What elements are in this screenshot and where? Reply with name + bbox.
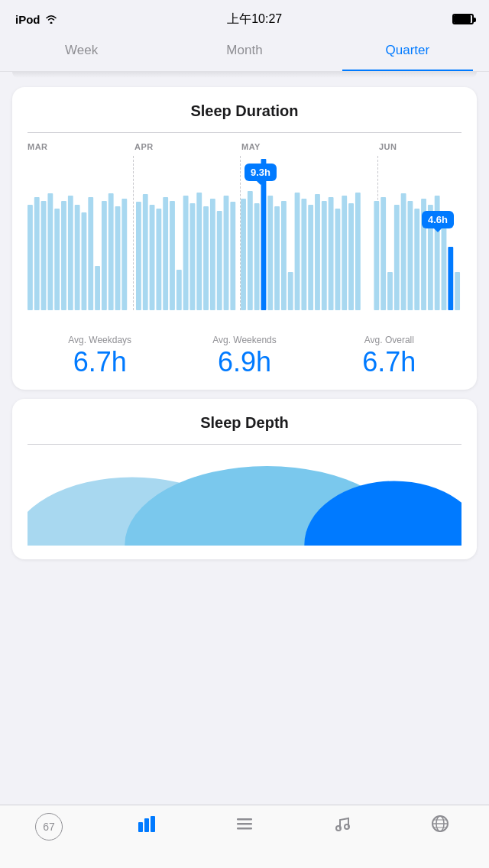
- svg-rect-30: [241, 199, 246, 310]
- svg-rect-42: [322, 201, 327, 310]
- stat-weekends-value: 6.9h: [172, 348, 316, 376]
- svg-rect-24: [196, 193, 202, 310]
- svg-rect-45: [342, 196, 347, 310]
- stat-weekends-label: Avg. Weekends: [172, 335, 316, 345]
- sleep-depth-chart: [28, 454, 461, 546]
- page-bottom-spacer: [12, 568, 477, 637]
- svg-rect-60: [455, 272, 460, 310]
- bar-chart-icon: [136, 813, 157, 834]
- month-label-jun: JUN: [379, 142, 397, 151]
- battery-fill: [454, 15, 471, 23]
- bottom-tab-globe[interactable]: [391, 813, 489, 834]
- month-label-may: MAY: [241, 142, 261, 151]
- bar-chart-svg: [28, 159, 461, 310]
- svg-point-71: [345, 824, 349, 829]
- month-label-apr: APR: [134, 142, 154, 151]
- svg-rect-23: [190, 203, 196, 310]
- svg-rect-5: [61, 201, 66, 310]
- svg-rect-17: [150, 205, 155, 310]
- svg-rect-64: [138, 822, 143, 832]
- svg-rect-11: [102, 201, 107, 310]
- svg-rect-59: [448, 247, 453, 310]
- svg-rect-31: [248, 191, 253, 310]
- sleep-depth-divider: [28, 444, 461, 445]
- svg-point-70: [336, 826, 341, 831]
- svg-rect-12: [108, 193, 114, 310]
- month-label-mar: MAR: [28, 142, 48, 151]
- tooltip-high: 9.3h: [244, 164, 277, 181]
- svg-rect-19: [163, 197, 168, 310]
- svg-rect-0: [28, 205, 33, 310]
- svg-rect-16: [143, 194, 148, 310]
- svg-rect-69: [237, 828, 252, 830]
- svg-rect-37: [288, 272, 293, 310]
- svg-rect-4: [54, 209, 60, 310]
- svg-rect-46: [348, 203, 354, 310]
- bottom-tab-badge[interactable]: 67: [0, 813, 98, 840]
- svg-rect-51: [394, 205, 400, 310]
- battery-icon: [452, 14, 474, 24]
- svg-rect-27: [217, 211, 222, 310]
- svg-rect-8: [82, 212, 87, 310]
- stat-overall-value: 6.7h: [317, 348, 461, 376]
- svg-rect-18: [156, 209, 161, 310]
- sleep-duration-chart: MAR APR MAY JUN: [28, 142, 461, 310]
- svg-rect-40: [308, 205, 313, 310]
- sleep-depth-title: Sleep Depth: [28, 414, 461, 432]
- svg-rect-1: [34, 197, 40, 310]
- svg-rect-65: [144, 818, 149, 832]
- svg-rect-29: [230, 202, 235, 310]
- list-icon: [234, 813, 255, 834]
- svg-rect-35: [274, 206, 280, 310]
- svg-rect-20: [170, 201, 175, 310]
- stat-weekdays-value: 6.7h: [28, 348, 172, 376]
- svg-rect-36: [281, 201, 287, 310]
- stat-weekdays: Avg. Weekdays 6.7h: [28, 335, 172, 376]
- svg-rect-38: [295, 193, 300, 310]
- bottom-tab-list[interactable]: [196, 813, 293, 834]
- svg-rect-66: [151, 816, 155, 832]
- svg-rect-47: [355, 193, 361, 310]
- svg-rect-43: [329, 197, 334, 310]
- svg-rect-22: [183, 196, 189, 310]
- svg-rect-9: [88, 197, 93, 310]
- status-bar: iPod 上午10:27: [0, 0, 489, 34]
- badge-icon: 67: [35, 813, 63, 840]
- bottom-tab-music[interactable]: [293, 813, 391, 834]
- svg-rect-34: [267, 196, 273, 310]
- tab-quarter[interactable]: Quarter: [326, 34, 489, 71]
- status-time: 上午10:27: [227, 11, 282, 28]
- tooltip-current: 4.6h: [422, 211, 454, 228]
- svg-rect-54: [414, 209, 419, 310]
- svg-rect-7: [75, 205, 80, 310]
- wifi-icon: [45, 15, 57, 24]
- svg-rect-3: [47, 193, 53, 310]
- bottom-tab-bar: 67: [0, 805, 489, 868]
- svg-rect-53: [407, 201, 413, 310]
- svg-rect-48: [374, 201, 379, 310]
- svg-rect-28: [224, 196, 229, 310]
- svg-rect-6: [68, 196, 73, 310]
- music-icon: [332, 813, 353, 834]
- tab-week[interactable]: Week: [0, 34, 163, 71]
- svg-rect-21: [176, 270, 182, 310]
- svg-rect-39: [301, 199, 306, 310]
- bottom-tab-chart[interactable]: [98, 813, 196, 834]
- stat-overall-label: Avg. Overall: [317, 335, 461, 345]
- svg-rect-41: [315, 194, 320, 310]
- svg-rect-13: [115, 206, 121, 310]
- sleep-duration-title: Sleep Duration: [28, 102, 461, 120]
- stat-overall: Avg. Overall 6.7h: [317, 335, 461, 376]
- svg-rect-32: [254, 203, 260, 310]
- svg-rect-26: [210, 199, 215, 310]
- stat-weekends: Avg. Weekends 6.9h: [172, 335, 316, 376]
- svg-rect-2: [41, 201, 47, 310]
- sleep-depth-card: Sleep Depth: [12, 399, 477, 559]
- svg-rect-10: [95, 266, 100, 310]
- svg-rect-50: [387, 272, 393, 310]
- tab-month[interactable]: Month: [163, 34, 325, 71]
- device-name: iPod: [15, 13, 40, 26]
- svg-rect-15: [136, 202, 141, 310]
- scroll-content: Sleep Duration MAR APR MAY JUN: [0, 78, 489, 646]
- svg-rect-68: [237, 823, 252, 825]
